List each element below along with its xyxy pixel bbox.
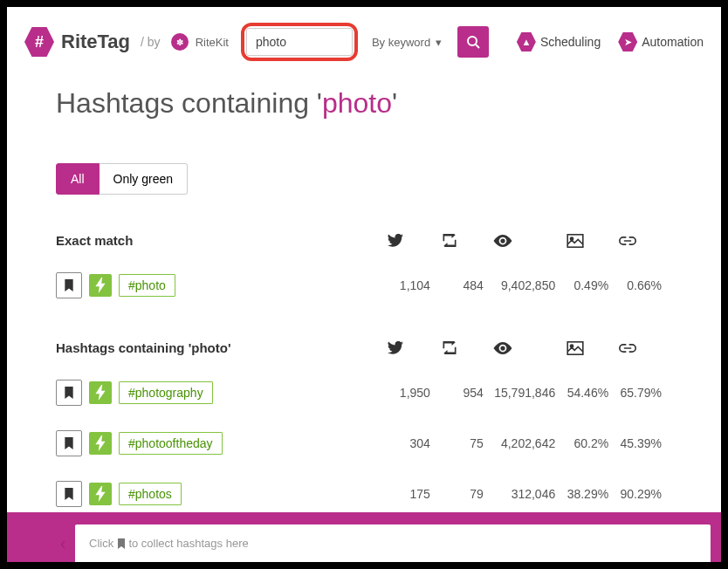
rocket-icon: ➤ [618, 32, 637, 51]
bolt-badge [89, 432, 112, 455]
images-value: 54.46% [566, 386, 619, 400]
collect-bar: ‹ Click to collect hashtags here [7, 512, 721, 562]
links-header-icon [619, 234, 672, 248]
hashtag-link[interactable]: #photography [119, 381, 213, 404]
section-title: Exact match [56, 233, 388, 248]
bookmark-icon [117, 538, 126, 549]
ritekit-label: RiteKit [196, 36, 229, 49]
bookmark-button[interactable] [56, 481, 82, 507]
filter-all[interactable]: All [56, 163, 100, 195]
links-value: 0.66% [619, 278, 672, 292]
svg-rect-4 [567, 341, 583, 353]
hashtag-link[interactable]: #photos [119, 483, 182, 505]
chevron-down-icon: ▾ [436, 36, 442, 49]
images-value: 0.49% [566, 278, 619, 292]
views-value: 9,402,850 [494, 278, 566, 292]
retweets-value: 79 [441, 487, 494, 501]
bolt-badge [89, 274, 112, 297]
bookmark-button[interactable] [56, 380, 82, 406]
filter-only-green[interactable]: Only green [100, 163, 188, 195]
nav-automation[interactable]: ➤Automation [618, 32, 704, 51]
images-header-icon [567, 234, 620, 248]
tweets-value: 304 [388, 436, 441, 450]
tweets-value: 1,104 [388, 278, 441, 292]
nav-scheduling[interactable]: ▲Scheduling [517, 32, 601, 51]
svg-line-1 [476, 45, 479, 48]
hashtag-row: #photo 1,104 484 9,402,850 0.49% 0.66% [56, 260, 672, 311]
images-header-icon [567, 341, 620, 355]
links-value: 65.79% [619, 386, 672, 400]
tweets-header-icon [388, 341, 441, 354]
flame-icon: ▲ [517, 32, 536, 51]
search-icon [466, 35, 480, 49]
bookmark-button[interactable] [56, 430, 82, 456]
svg-rect-2 [567, 234, 583, 246]
hashtag-row: #photooftheday 304 75 4,202,642 60.2% 45… [56, 418, 672, 469]
hashtag-link[interactable]: #photo [119, 274, 175, 297]
section-title: Hashtags containing 'photo' [56, 340, 388, 355]
retweets-header-icon [441, 341, 494, 354]
views-value: 4,202,642 [494, 436, 566, 450]
bolt-badge [89, 381, 112, 404]
retweets-value: 75 [441, 436, 494, 450]
collect-hint: Click to collect hashtags here [75, 524, 711, 562]
search-input[interactable] [246, 28, 353, 56]
ritekit-icon: ✽ [171, 33, 189, 51]
bolt-badge [89, 483, 112, 505]
images-value: 60.2% [566, 436, 619, 450]
views-header-icon [493, 342, 566, 354]
by-text: / by [141, 35, 161, 49]
logo-icon: # [24, 27, 54, 57]
hashtag-link[interactable]: #photooftheday [119, 432, 223, 455]
retweets-header-icon [441, 234, 494, 247]
tweets-value: 175 [388, 487, 441, 501]
views-header-icon [493, 235, 566, 247]
images-value: 38.29% [566, 487, 619, 501]
page-title: Hashtags containing 'photo' [7, 77, 721, 146]
brand-name: RiteTag [61, 31, 130, 53]
search-mode-dropdown[interactable]: By keyword▾ [372, 36, 442, 49]
tweets-header-icon [388, 234, 441, 247]
tweets-value: 1,950 [388, 386, 441, 400]
retweets-value: 954 [441, 386, 494, 400]
search-highlight [241, 23, 358, 61]
svg-point-0 [468, 37, 477, 45]
chevron-left-icon[interactable]: ‹ [51, 524, 75, 562]
hashtag-row: #photography 1,950 954 15,791,846 54.46%… [56, 367, 672, 418]
links-value: 45.39% [619, 436, 672, 450]
links-header-icon [619, 341, 672, 355]
search-button[interactable] [457, 26, 489, 58]
retweets-value: 484 [441, 278, 494, 292]
bookmark-button[interactable] [56, 272, 82, 298]
views-value: 312,046 [494, 487, 566, 501]
links-value: 90.29% [619, 487, 672, 501]
views-value: 15,791,846 [494, 386, 566, 400]
